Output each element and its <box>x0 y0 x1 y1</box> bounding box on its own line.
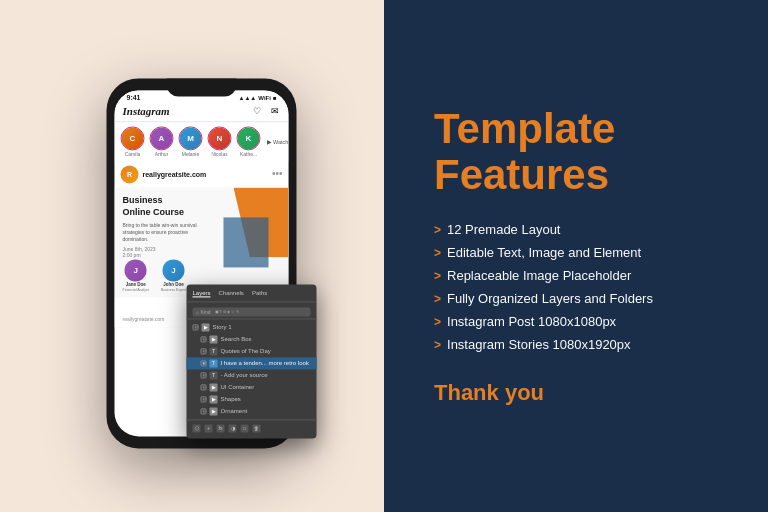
story-avatar: C <box>121 126 145 150</box>
tab-channels[interactable]: Channels <box>219 290 244 297</box>
card-subtitle: Bring to the table win-win survival stra… <box>123 223 203 244</box>
new-group-icon[interactable]: ⬡ <box>193 424 201 432</box>
feature-text: 12 Premade Layout <box>447 222 560 237</box>
post-header: R reallygreatsite.com ••• <box>115 161 289 187</box>
title-line1: Template <box>434 105 615 152</box>
person-2: J John Doe Business Expert <box>161 259 186 292</box>
post-username: reallygreatsite.com <box>143 171 268 178</box>
status-icons: ▲▲▲ WiFi ■ <box>238 95 276 101</box>
list-item: > 12 Premade Layout <box>434 222 728 237</box>
story-name: Melanie <box>182 151 200 157</box>
card-title: BusinessOnline Course <box>123 195 203 218</box>
story-item[interactable]: A Arthur <box>150 126 174 157</box>
layer-add-source[interactable]: 👁 T - Add your source <box>187 369 317 381</box>
text-icon: T <box>210 371 218 379</box>
tab-layers[interactable]: Layers <box>193 290 211 297</box>
message-icon[interactable]: ✉ <box>269 105 281 117</box>
stories-list: C Camila A Arthur <box>121 126 261 157</box>
story-avatar-inner: K <box>238 127 260 149</box>
layer-visibility[interactable]: 👁 <box>201 384 207 390</box>
story-name: Arthur <box>155 151 169 157</box>
person-2-role: Business Expert <box>161 288 186 292</box>
person-1: J Jane Doe Financial Analyst <box>123 259 149 292</box>
layer-visibility[interactable]: 👁 <box>193 324 199 330</box>
left-panel: 9:41 ▲▲▲ WiFi ■ Instagram ♡ ✉ <box>0 0 384 512</box>
list-item: > Replaceable Image Placeholder <box>434 268 728 283</box>
list-item: > Instagram Stories 1080x1920px <box>434 337 728 352</box>
layer-tenden[interactable]: 👁 T I have a tenden... more retro look <box>187 357 317 369</box>
arrow-icon: > <box>434 315 441 329</box>
instagram-logo: Instagram <box>123 105 170 117</box>
text-icon: T <box>210 359 218 367</box>
folder-icon: ▶ <box>202 323 210 331</box>
instagram-topbar: Instagram ♡ ✉ <box>115 103 289 122</box>
layer-visibility[interactable]: 👁 <box>201 408 207 414</box>
layer-visibility[interactable]: 👁 <box>201 336 207 342</box>
person-1-name: Jane Doe <box>126 282 146 287</box>
feature-text: Editable Text, Image and Element <box>447 245 641 260</box>
layer-visibility[interactable]: 👁 <box>201 372 207 378</box>
text-icon: T <box>210 347 218 355</box>
story-avatar-inner: N <box>209 127 231 149</box>
person-1-avatar: J <box>125 259 147 281</box>
status-time: 9:41 <box>127 94 141 101</box>
thank-you-text: Thank you <box>434 380 728 406</box>
story-avatar-inner: A <box>151 127 173 149</box>
person-2-avatar: J <box>162 259 184 281</box>
story-item[interactable]: N Nicolas <box>208 126 232 157</box>
layer-story1[interactable]: 👁 ▶ Story 1 <box>187 321 317 333</box>
arrow-icon: > <box>434 223 441 237</box>
layer-quotes[interactable]: 👁 T Quotes of The Day <box>187 345 317 357</box>
story-avatar: N <box>208 126 232 150</box>
battery-icon: ■ <box>273 95 277 101</box>
layer-name: Story 1 <box>213 324 311 330</box>
person-2-name: John Doe <box>163 282 184 287</box>
layer-name: Shapes <box>221 396 311 402</box>
stories-bar: C Camila A Arthur <box>115 122 289 161</box>
list-item: > Editable Text, Image and Element <box>434 245 728 260</box>
card-date: June 8th, 20232:00 pm <box>123 247 203 259</box>
layer-name: Ornament <box>221 408 311 414</box>
story-item[interactable]: M Melanie <box>179 126 203 157</box>
story-item[interactable]: C Camila <box>121 126 145 157</box>
story-item[interactable]: K Kathe... <box>237 126 261 157</box>
search-icon: ⌕ <box>196 309 199 315</box>
arrow-icon: > <box>434 292 441 306</box>
layer-visibility[interactable]: 👁 <box>201 348 207 354</box>
story-name: Camila <box>125 151 141 157</box>
layer-visibility[interactable]: 👁 <box>201 360 207 366</box>
layer-name: Quotes of The Day <box>221 348 311 354</box>
watch-all-link[interactable]: ▶ Watch all <box>267 139 289 145</box>
story-avatar: M <box>179 126 203 150</box>
mask-icon[interactable]: □ <box>241 424 249 432</box>
feature-text: Instagram Post 1080x1080px <box>447 314 616 329</box>
card-footer: reallygreatsite.com <box>123 316 165 322</box>
arrow-icon: > <box>434 338 441 352</box>
list-item: > Fully Organized Layers and Folders <box>434 291 728 306</box>
layer-visibility[interactable]: 👁 <box>201 396 207 402</box>
layer-ornament[interactable]: 👁 ▶ Ornament <box>187 405 317 417</box>
layer-name: I have a tenden... more retro look <box>221 360 311 366</box>
layer-searchbox[interactable]: 👁 ▶ Search Box <box>187 333 317 345</box>
story-avatar-inner: M <box>180 127 202 149</box>
layer-ui-container[interactable]: 👁 ▶ UI Container <box>187 381 317 393</box>
feature-text: Instagram Stories 1080x1920px <box>447 337 631 352</box>
card-content: BusinessOnline Course Bring to the table… <box>123 195 203 258</box>
wifi-icon: WiFi <box>258 95 271 101</box>
tab-paths[interactable]: Paths <box>252 290 267 297</box>
filter-icons: ▣ T ⊘ ◈ ☆ ✎ <box>215 309 240 314</box>
right-panel: Template Features > 12 Premade Layout > … <box>384 0 768 512</box>
post-more-icon[interactable]: ••• <box>272 169 283 179</box>
adjustment-icon[interactable]: ◑ <box>229 424 237 432</box>
feature-text: Replaceable Image Placeholder <box>447 268 631 283</box>
new-layer-icon[interactable]: + <box>205 424 213 432</box>
search-kind-label: Kind <box>201 309 211 315</box>
notification-icon[interactable]: ♡ <box>251 105 263 117</box>
delete-layer-icon[interactable]: 🗑 <box>253 424 261 432</box>
folder-icon: ▶ <box>210 395 218 403</box>
story-avatar: A <box>150 126 174 150</box>
layer-shapes[interactable]: 👁 ▶ Shapes <box>187 393 317 405</box>
layer-fx-icon[interactable]: fx <box>217 424 225 432</box>
layers-search[interactable]: ⌕ Kind ▣ T ⊘ ◈ ☆ ✎ <box>193 307 311 316</box>
layers-toolbar: ⌕ Kind ▣ T ⊘ ◈ ☆ ✎ <box>187 305 317 319</box>
